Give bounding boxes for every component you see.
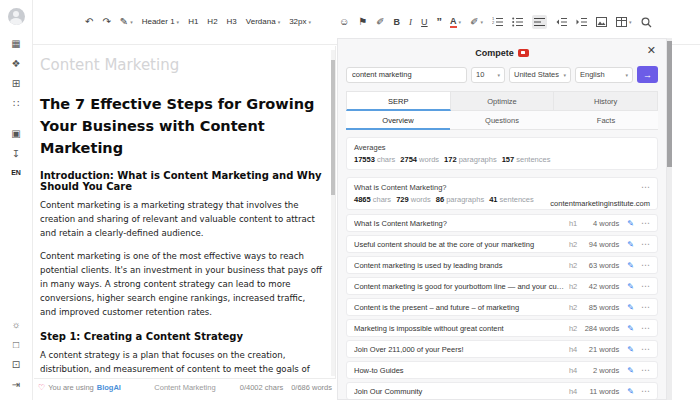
fullscreen-icon[interactable]: □ bbox=[13, 340, 19, 350]
download-icon[interactable]: ↧ bbox=[12, 149, 20, 159]
blockquote-button[interactable]: ” bbox=[437, 17, 442, 28]
bold-button[interactable]: B bbox=[394, 18, 401, 27]
user-avatar[interactable] bbox=[8, 8, 25, 25]
row-more-options-icon[interactable]: ⋯ bbox=[641, 281, 650, 291]
row-more-options-icon[interactable]: ⋯ bbox=[641, 365, 650, 375]
paragraph[interactable]: Content marketing is one of the most eff… bbox=[40, 250, 323, 320]
text-color-button[interactable]: A▾ bbox=[450, 17, 461, 28]
edit-pencil-icon[interactable]: ✎ bbox=[627, 240, 634, 249]
brand-link[interactable]: BlogAI bbox=[97, 383, 121, 392]
redo-icon[interactable]: ↷ bbox=[102, 17, 110, 27]
editor-scrollbar-thumb[interactable] bbox=[331, 60, 335, 195]
word-count: 42 words bbox=[577, 282, 619, 291]
h2-button[interactable]: H2 bbox=[207, 18, 217, 26]
run-search-button[interactable]: → bbox=[637, 66, 658, 83]
heading-tag: h2 bbox=[565, 303, 577, 312]
serp-heading-row[interactable]: Useful content should be at the core of … bbox=[346, 235, 658, 253]
edit-pencil-icon[interactable]: ✎ bbox=[627, 324, 634, 333]
word-count: 63 words bbox=[577, 261, 619, 270]
h1-button[interactable]: H1 bbox=[188, 18, 198, 26]
pen-icon[interactable]: ✐ bbox=[376, 17, 384, 27]
language-switch[interactable]: EN bbox=[11, 169, 21, 176]
competitor-card-header: What is Content Marketing? ⋯ bbox=[354, 183, 650, 192]
edit-pencil-icon[interactable]: ✎ bbox=[627, 282, 634, 291]
row-more-options-icon[interactable]: ⋯ bbox=[641, 302, 650, 312]
document-h1[interactable]: The 7 Effective Steps for Growing Your B… bbox=[40, 94, 323, 159]
serp-heading-row[interactable]: Join Our Community h4 11 words ✎ ⋯ bbox=[346, 382, 658, 400]
document-title-placeholder[interactable]: Content Marketing bbox=[40, 56, 323, 74]
edit-pencil-icon[interactable]: ✎ bbox=[627, 261, 634, 270]
paragraph[interactable]: A content strategy is a plan that focuse… bbox=[40, 349, 323, 378]
row-more-options-icon[interactable]: ⋯ bbox=[641, 323, 650, 333]
tab-optimize[interactable]: Optimize bbox=[451, 91, 555, 111]
serp-heading-row[interactable]: Content marketing is used by leading bra… bbox=[346, 256, 658, 274]
search-icon[interactable] bbox=[641, 17, 652, 28]
editor-scrollbar[interactable] bbox=[331, 50, 335, 376]
h3-button[interactable]: H3 bbox=[227, 18, 237, 26]
underline-button[interactable]: U bbox=[421, 18, 428, 27]
country-select[interactable]: United States▾ bbox=[509, 67, 571, 83]
close-icon[interactable]: ✕ bbox=[647, 44, 656, 57]
panel-scrollbar[interactable] bbox=[667, 38, 672, 400]
serp-heading-row[interactable]: Marketing is impossible without great co… bbox=[346, 319, 658, 337]
heading-text: Content marketing is good for yourbottom… bbox=[354, 282, 565, 291]
step1-heading[interactable]: Step 1: Creating a Content Strategy bbox=[40, 331, 323, 342]
keyword-input[interactable] bbox=[346, 67, 467, 83]
flag-icon[interactable]: ⚑ bbox=[358, 17, 367, 27]
tab-history[interactable]: History bbox=[554, 91, 658, 111]
tab-serp[interactable]: SERP bbox=[346, 91, 451, 111]
theme-sun-icon[interactable]: ☼ bbox=[11, 320, 20, 330]
competitor-domain[interactable]: contentmarketinginstitute.com bbox=[550, 199, 650, 208]
serp-heading-row[interactable]: Content marketing is good for yourbottom… bbox=[346, 277, 658, 295]
save-icon[interactable]: ⊡ bbox=[12, 360, 20, 370]
edit-pencil-icon[interactable]: ✎ bbox=[627, 345, 634, 354]
exit-icon[interactable]: ⇥ bbox=[12, 380, 20, 390]
indent-increase-icon[interactable] bbox=[576, 17, 587, 27]
templates-icon[interactable]: ❖ bbox=[12, 59, 21, 69]
intro-heading[interactable]: Introduction: What is Content Marketing … bbox=[40, 170, 323, 192]
edit-pencil-icon[interactable]: ✎ bbox=[627, 366, 634, 375]
serp-heading-row[interactable]: Content is the present – and future – of… bbox=[346, 298, 658, 316]
highlight-button[interactable]: ✐▾ bbox=[470, 17, 483, 27]
document-editor[interactable]: Content Marketing The 7 Effective Steps … bbox=[34, 46, 336, 378]
row-more-options-icon[interactable]: ⋯ bbox=[641, 260, 650, 270]
paragraph-style-select[interactable]: Header 1▾ bbox=[142, 18, 179, 26]
bullet-list-icon[interactable] bbox=[512, 17, 523, 27]
edit-pencil-icon[interactable]: ✎ bbox=[627, 303, 634, 312]
serp-heading-row[interactable]: Join Over 211,000 of your Peers! h4 21 w… bbox=[346, 340, 658, 358]
align-left-icon[interactable] bbox=[532, 15, 547, 29]
row-more-options-icon[interactable]: ⋯ bbox=[641, 344, 650, 354]
language-select[interactable]: English▾ bbox=[575, 67, 633, 83]
subtab-facts[interactable]: Facts bbox=[554, 111, 658, 130]
serp-heading-row[interactable]: What Is Content Marketing? h1 4 words ✎ … bbox=[346, 214, 658, 232]
blocks-icon[interactable]: ⊞ bbox=[12, 79, 20, 89]
format-painter-icon[interactable]: ✎▾ bbox=[120, 17, 133, 27]
widgets-icon[interactable]: ∷ bbox=[13, 99, 19, 109]
ordered-list-icon[interactable]: 12 bbox=[492, 17, 503, 27]
italic-button[interactable]: I bbox=[409, 18, 412, 27]
more-options-icon[interactable]: ⋯ bbox=[641, 185, 650, 190]
subtab-questions[interactable]: Questions bbox=[450, 111, 554, 130]
paragraph[interactable]: Content marketing is a marketing strateg… bbox=[40, 199, 323, 241]
word-count: 11 words bbox=[577, 387, 619, 396]
row-more-options-icon[interactable]: ⋯ bbox=[641, 239, 650, 249]
edit-pencil-icon[interactable]: ✎ bbox=[627, 219, 634, 228]
subtab-overview[interactable]: Overview bbox=[346, 111, 450, 130]
apps-grid-icon[interactable]: ▦ bbox=[11, 39, 20, 49]
row-more-options-icon[interactable]: ⋯ bbox=[641, 218, 650, 228]
indent-decrease-icon[interactable] bbox=[556, 17, 567, 27]
word-count: 2 words bbox=[577, 366, 619, 375]
emoji-icon[interactable]: ☺ bbox=[339, 17, 349, 27]
edit-pencil-icon[interactable]: ✎ bbox=[627, 387, 634, 396]
font-family-select[interactable]: Verdana▾ bbox=[246, 18, 280, 26]
panel-scrollbar-thumb[interactable] bbox=[667, 41, 672, 167]
row-more-options-icon[interactable]: ⋯ bbox=[641, 386, 650, 396]
heading-text: Join Our Community bbox=[354, 387, 565, 396]
archive-icon[interactable]: ▣ bbox=[11, 129, 20, 139]
results-count-select[interactable]: 10▾ bbox=[471, 67, 505, 83]
font-size-select[interactable]: 32px▾ bbox=[289, 18, 311, 26]
undo-icon[interactable]: ↶ bbox=[85, 17, 93, 27]
table-icon[interactable]: ▾ bbox=[616, 17, 632, 27]
image-icon[interactable] bbox=[596, 17, 607, 27]
serp-heading-row[interactable]: How-to Guides h4 2 words ✎ ⋯ bbox=[346, 361, 658, 379]
